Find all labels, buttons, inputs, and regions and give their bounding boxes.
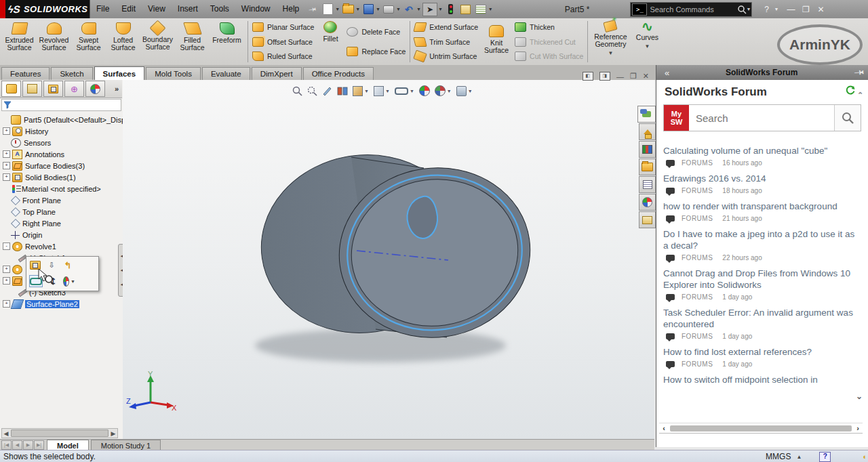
save-button[interactable] [361, 3, 375, 16]
tab-surfaces[interactable]: Surfaces [94, 66, 145, 80]
model-tab[interactable]: Model [47, 440, 89, 450]
open-button[interactable] [341, 3, 355, 16]
tree-item-top-plane[interactable]: Top Plane [0, 206, 122, 217]
forum-horizontal-scrollbar[interactable]: ‹ › [659, 423, 863, 434]
expander[interactable]: - [3, 243, 10, 250]
forum-post[interactable]: How to find lost external references? FO… [663, 346, 861, 368]
tree-item-part[interactable]: Part5 (Default<<Default>_Disp [0, 114, 122, 125]
expander[interactable]: + [3, 277, 10, 285]
display-manager-tab[interactable] [85, 81, 105, 97]
minimize-icon[interactable]: — [783, 5, 798, 14]
forum-post[interactable]: Edrawings 2016 vs. 2014 FORUMS18 hours a… [663, 173, 861, 194]
post-title[interactable]: how to render with transparent backgroun… [663, 201, 861, 212]
reference-geometry-caret[interactable]: ▼ [608, 50, 613, 56]
undo-button[interactable]: ↶ [402, 3, 416, 16]
pin-panel-icon[interactable]: 📌︎ [851, 64, 867, 81]
tree-item-revolve1[interactable]: -Revolve1 [0, 240, 122, 252]
menu-edit[interactable]: Edit [115, 0, 142, 18]
rebuild-button[interactable] [444, 3, 458, 16]
command-search-box[interactable]: >_ Search Commands ▼ [630, 2, 752, 17]
forum-post[interactable]: how to render with transparent backgroun… [663, 201, 861, 222]
collapse-section-chevron[interactable]: ⌃ [857, 91, 863, 100]
tree-item-material[interactable]: Material <not specified> [0, 183, 122, 194]
model-3d-knob[interactable] [123, 80, 654, 439]
extend-surface-button[interactable]: Extend Surface [414, 20, 478, 34]
tree-item-origin[interactable]: Origin [0, 229, 122, 240]
tree-horizontal-scrollbar[interactable]: ◀ ▶ [1, 428, 118, 438]
fillet-button[interactable]: Fillet [317, 18, 344, 65]
tree-item-annotations[interactable]: +AAnnotations [0, 148, 122, 160]
expander[interactable]: + [3, 266, 10, 273]
forum-post[interactable]: How to switch off midpoint selection in [663, 374, 861, 385]
units-indicator[interactable]: MMGS [766, 452, 791, 461]
tree-item-front-plane[interactable]: Front Plane [0, 194, 122, 206]
forum-tab-button[interactable] [637, 106, 656, 123]
scrollbar-thumb[interactable] [670, 425, 852, 432]
close-icon[interactable]: ✕ [813, 5, 828, 14]
menu-file[interactable]: File [90, 0, 115, 18]
expander[interactable]: + [3, 162, 10, 169]
tree-item-history[interactable]: +History [0, 125, 122, 137]
trim-surface-button[interactable]: Trim Surface [414, 35, 478, 49]
tree-item-solid-bodies[interactable]: +Solid Bodies(1) [0, 171, 122, 183]
post-title[interactable]: Cannot Drag and Drop Files from Windows … [663, 268, 861, 291]
untrim-surface-button[interactable]: Untrim Surface [414, 49, 478, 63]
extruded-surface-button[interactable]: ExtrudedSurface [2, 20, 37, 64]
menu-tools[interactable]: Tools [204, 0, 235, 18]
forum-search-input[interactable] [689, 105, 834, 131]
new-document-button[interactable] [321, 3, 334, 16]
help-caret[interactable]: ▼ [774, 7, 778, 12]
configuration-manager-tab[interactable] [43, 81, 63, 97]
property-manager-tab[interactable] [22, 81, 42, 97]
knit-surface-button[interactable]: KnitSurface [481, 18, 512, 65]
expander[interactable]: + [3, 173, 10, 181]
search-caret[interactable]: ▼ [747, 7, 751, 12]
expander[interactable]: + [3, 150, 10, 158]
undo-button-popup[interactable]: ↰ [62, 259, 74, 270]
tab-features[interactable]: Features [1, 67, 50, 80]
new-caret[interactable]: ▼ [335, 7, 340, 12]
swept-surface-button[interactable]: SweptSurface [71, 20, 106, 64]
curves-caret[interactable]: ▼ [644, 43, 650, 49]
motion-study-tab[interactable]: Motion Study 1 [91, 440, 161, 450]
menu-insert[interactable]: Insert [172, 0, 204, 18]
save-caret[interactable]: ▼ [376, 7, 380, 12]
post-title[interactable]: Calculating volume of an unequal "cube" [663, 145, 861, 156]
vcr-prev-button[interactable]: ◀ [12, 440, 22, 450]
resources-tab-button[interactable] [639, 123, 656, 140]
delete-face-button[interactable]: Delete Face [347, 25, 406, 39]
tree-item-right-plane[interactable]: Right Plane [0, 217, 122, 229]
restore-icon[interactable]: ❐ [798, 5, 813, 14]
ruled-surface-button[interactable]: Ruled Surface [252, 49, 314, 63]
help-icon[interactable]: ? [759, 5, 774, 14]
planar-surface-button[interactable]: Planar Surface [252, 20, 314, 34]
post-title[interactable]: Edrawings 2016 vs. 2014 [663, 173, 861, 184]
custom-properties-tab-button[interactable] [639, 211, 656, 228]
expander[interactable]: + [3, 300, 10, 308]
tree-item-surface-plane2[interactable]: +Surface-Plane2 [0, 298, 122, 310]
collapse-panel-icon[interactable]: « [665, 68, 669, 78]
undo-caret[interactable]: ▼ [416, 7, 421, 12]
doc-minimize-icon[interactable]: — [616, 72, 624, 81]
appearance-caret[interactable]: ▼ [71, 279, 75, 284]
curves-button[interactable]: ∿ Curves ▼ [631, 18, 663, 65]
forum-post[interactable]: Cannot Drag and Drop Files from Windows … [663, 268, 861, 301]
reference-geometry-button[interactable]: ReferenceGeometry ▼ [589, 18, 631, 65]
dimxpert-manager-tab[interactable]: ⊕ [64, 81, 84, 97]
file-explorer-tab-button[interactable] [639, 159, 656, 175]
post-title[interactable]: Do I have to make a jpeg into a p2d to u… [663, 228, 861, 251]
select-button[interactable]: ➤ [422, 3, 437, 16]
tab-sketch[interactable]: Sketch [51, 67, 92, 80]
view-palette-tab-button[interactable] [639, 176, 656, 193]
scroll-left-arrow[interactable]: ‹ [659, 424, 669, 432]
menu-help[interactable]: Help [277, 0, 306, 18]
scroll-right-arrow[interactable]: ▶ [109, 430, 117, 437]
forum-search-button[interactable] [834, 105, 861, 131]
freeform-button[interactable]: Freeform [210, 20, 244, 64]
quick-tips-icon[interactable]: ? [819, 452, 831, 462]
search-icon[interactable] [737, 5, 747, 14]
scroll-left-arrow[interactable]: ◀ [2, 430, 10, 437]
appearance-button[interactable]: ▼ [63, 276, 75, 287]
forum-post[interactable]: Do I have to make a jpeg into a p2d to u… [663, 228, 861, 261]
forum-post[interactable]: Calculating volume of an unequal "cube" … [663, 145, 861, 167]
